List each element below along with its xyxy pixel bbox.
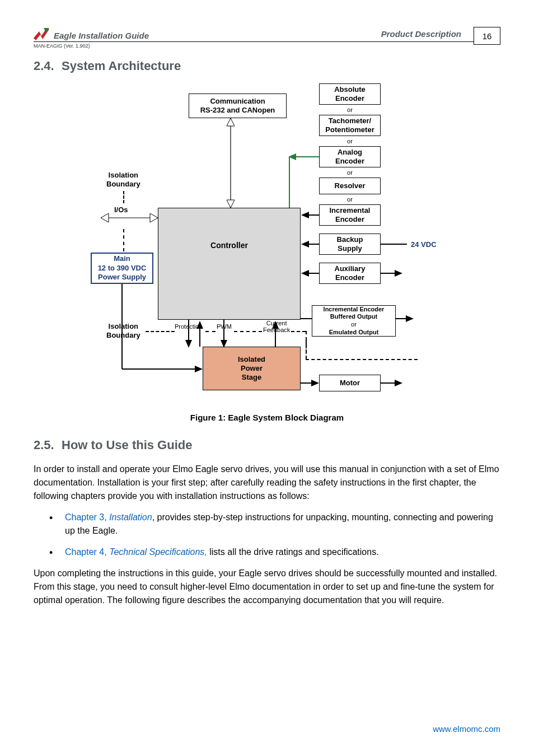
system-block-diagram: Communication RS-232 and CANopen Absolut… (91, 83, 443, 408)
diagram-container: Communication RS-232 and CANopen Absolut… (34, 83, 500, 408)
heading-text: How to Use this Guide (62, 438, 192, 452)
chapter-3-item: Chapter 3, Installation, provides step-b… (49, 511, 500, 538)
chapter-4-link[interactable]: Chapter 4, (65, 547, 109, 557)
heading-text: System Architecture (62, 59, 181, 73)
chapter-3-title-link[interactable]: Installation (109, 512, 152, 522)
chapter-3-link[interactable]: Chapter 3, (65, 512, 109, 522)
section-label: Product Description (381, 29, 461, 39)
chapter-4-title-link[interactable]: Technical Specifications, (109, 547, 207, 557)
heading-2-5: 2.5.How to Use this Guide (34, 438, 500, 452)
heading-number: 2.5. (34, 438, 62, 452)
chapter-list: Chapter 3, Installation, provides step-b… (34, 511, 500, 559)
chapter-4-desc: lists all the drive ratings and specific… (207, 547, 379, 557)
header-left: Eagle Installation Guide (34, 28, 149, 40)
closing-paragraph: Upon completing the instructions in this… (34, 567, 500, 607)
footer: www.elmomc.com (433, 724, 500, 734)
heading-2-4: 2.4.System Architecture (34, 59, 500, 73)
page-number: 16 (483, 31, 492, 41)
chapter-4-item: Chapter 4, Technical Specifications, lis… (49, 545, 500, 559)
doc-title: Eagle Installation Guide (54, 31, 149, 40)
brand-logo-icon (34, 28, 49, 40)
page-number-box: 16 (474, 27, 500, 45)
diagram-arrows (91, 83, 443, 408)
manual-version: MAN-EAGIG (Ver. 1.902) (34, 43, 500, 49)
footer-link[interactable]: www.elmomc.com (433, 724, 500, 734)
intro-paragraph: In order to install and operate your Elm… (34, 463, 500, 503)
heading-number: 2.4. (34, 59, 62, 73)
figure-caption: Figure 1: Eagle System Block Diagram (34, 413, 500, 422)
